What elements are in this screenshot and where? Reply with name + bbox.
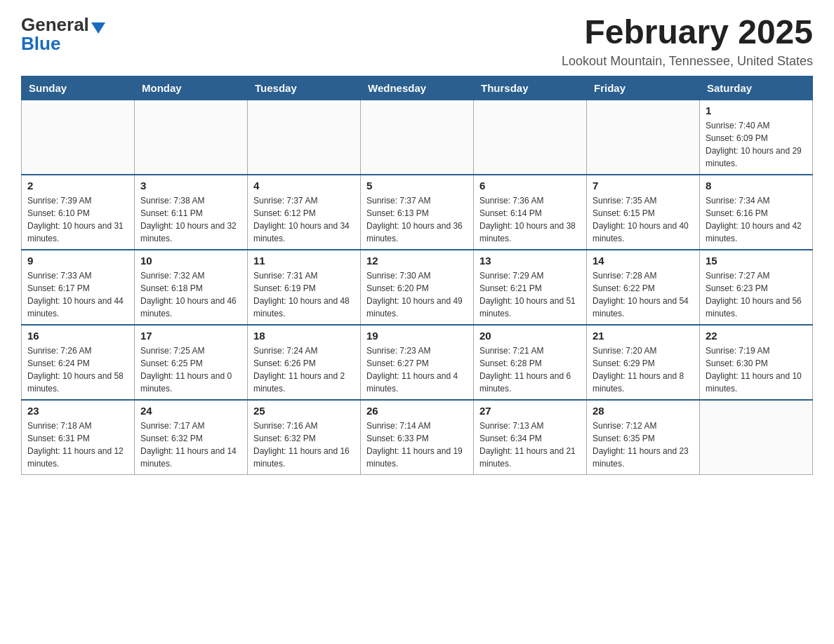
day-number: 25 (253, 405, 355, 417)
day-number: 11 (253, 255, 355, 267)
calendar-header-saturday: Saturday (700, 76, 813, 100)
day-number: 15 (706, 255, 807, 267)
day-number: 18 (253, 330, 355, 342)
calendar-cell: 10Sunrise: 7:32 AMSunset: 6:18 PMDayligh… (135, 250, 248, 325)
calendar-cell (135, 100, 248, 175)
day-info: Sunrise: 7:39 AMSunset: 6:10 PMDaylight:… (27, 194, 128, 245)
calendar-week-row: 9Sunrise: 7:33 AMSunset: 6:17 PMDaylight… (22, 250, 813, 325)
day-number: 12 (366, 255, 468, 267)
logo-triangle-icon (91, 22, 105, 34)
day-info: Sunrise: 7:19 AMSunset: 6:30 PMDaylight:… (706, 344, 807, 395)
calendar-cell: 15Sunrise: 7:27 AMSunset: 6:23 PMDayligh… (700, 250, 813, 325)
day-info: Sunrise: 7:20 AMSunset: 6:29 PMDaylight:… (593, 344, 694, 395)
day-number: 3 (140, 180, 241, 192)
day-number: 9 (27, 255, 128, 267)
calendar-cell (700, 400, 813, 475)
day-info: Sunrise: 7:37 AMSunset: 6:13 PMDaylight:… (366, 194, 468, 245)
calendar-cell: 12Sunrise: 7:30 AMSunset: 6:20 PMDayligh… (361, 250, 474, 325)
day-number: 27 (479, 405, 581, 417)
calendar-cell (474, 100, 587, 175)
calendar-week-row: 23Sunrise: 7:18 AMSunset: 6:31 PMDayligh… (22, 400, 813, 475)
calendar-week-row: 1Sunrise: 7:40 AMSunset: 6:09 PMDaylight… (22, 100, 813, 175)
day-number: 6 (479, 180, 581, 192)
day-info: Sunrise: 7:26 AMSunset: 6:24 PMDaylight:… (27, 344, 128, 395)
calendar-cell: 1Sunrise: 7:40 AMSunset: 6:09 PMDaylight… (700, 100, 813, 175)
day-info: Sunrise: 7:32 AMSunset: 6:18 PMDaylight:… (140, 269, 241, 320)
day-number: 1 (706, 105, 807, 116)
calendar-cell (248, 100, 361, 175)
calendar-header-tuesday: Tuesday (248, 76, 361, 100)
day-info: Sunrise: 7:12 AMSunset: 6:35 PMDaylight:… (593, 420, 694, 470)
day-info: Sunrise: 7:17 AMSunset: 6:32 PMDaylight:… (140, 420, 241, 470)
day-number: 2 (27, 180, 128, 192)
day-number: 28 (593, 405, 694, 417)
day-info: Sunrise: 7:36 AMSunset: 6:14 PMDaylight:… (479, 194, 581, 245)
day-info: Sunrise: 7:33 AMSunset: 6:17 PMDaylight:… (27, 269, 128, 320)
calendar-cell: 27Sunrise: 7:13 AMSunset: 6:34 PMDayligh… (474, 400, 587, 475)
day-info: Sunrise: 7:38 AMSunset: 6:11 PMDaylight:… (140, 194, 241, 245)
calendar-header-sunday: Sunday (22, 76, 135, 100)
day-info: Sunrise: 7:25 AMSunset: 6:25 PMDaylight:… (140, 344, 241, 395)
calendar-cell: 21Sunrise: 7:20 AMSunset: 6:29 PMDayligh… (587, 325, 700, 400)
calendar-cell: 4Sunrise: 7:37 AMSunset: 6:12 PMDaylight… (248, 175, 361, 250)
day-info: Sunrise: 7:18 AMSunset: 6:31 PMDaylight:… (27, 420, 128, 470)
calendar-cell: 19Sunrise: 7:23 AMSunset: 6:27 PMDayligh… (361, 325, 474, 400)
day-info: Sunrise: 7:14 AMSunset: 6:33 PMDaylight:… (366, 420, 468, 470)
day-number: 4 (253, 180, 355, 192)
calendar-cell: 7Sunrise: 7:35 AMSunset: 6:15 PMDaylight… (587, 175, 700, 250)
day-info: Sunrise: 7:24 AMSunset: 6:26 PMDaylight:… (253, 344, 355, 395)
month-title: February 2025 (562, 14, 813, 51)
day-number: 10 (140, 255, 241, 267)
day-number: 20 (479, 330, 581, 342)
calendar-cell: 16Sunrise: 7:26 AMSunset: 6:24 PMDayligh… (22, 325, 135, 400)
day-number: 8 (706, 180, 807, 192)
logo: General Blue (21, 14, 105, 55)
calendar-cell: 8Sunrise: 7:34 AMSunset: 6:16 PMDaylight… (700, 175, 813, 250)
day-info: Sunrise: 7:40 AMSunset: 6:09 PMDaylight:… (706, 119, 807, 170)
calendar-cell: 18Sunrise: 7:24 AMSunset: 6:26 PMDayligh… (248, 325, 361, 400)
calendar-cell: 25Sunrise: 7:16 AMSunset: 6:32 PMDayligh… (248, 400, 361, 475)
day-info: Sunrise: 7:27 AMSunset: 6:23 PMDaylight:… (706, 269, 807, 320)
day-info: Sunrise: 7:30 AMSunset: 6:20 PMDaylight:… (366, 269, 468, 320)
day-number: 24 (140, 405, 241, 417)
calendar-cell: 14Sunrise: 7:28 AMSunset: 6:22 PMDayligh… (587, 250, 700, 325)
calendar-header-wednesday: Wednesday (361, 76, 474, 100)
calendar-cell: 11Sunrise: 7:31 AMSunset: 6:19 PMDayligh… (248, 250, 361, 325)
day-info: Sunrise: 7:29 AMSunset: 6:21 PMDaylight:… (479, 269, 581, 320)
day-info: Sunrise: 7:23 AMSunset: 6:27 PMDaylight:… (366, 344, 468, 395)
calendar-cell: 3Sunrise: 7:38 AMSunset: 6:11 PMDaylight… (135, 175, 248, 250)
day-info: Sunrise: 7:34 AMSunset: 6:16 PMDaylight:… (706, 194, 807, 245)
day-info: Sunrise: 7:13 AMSunset: 6:34 PMDaylight:… (479, 420, 581, 470)
calendar-cell: 13Sunrise: 7:29 AMSunset: 6:21 PMDayligh… (474, 250, 587, 325)
calendar-cell: 22Sunrise: 7:19 AMSunset: 6:30 PMDayligh… (700, 325, 813, 400)
location-subtitle: Lookout Mountain, Tennessee, United Stat… (562, 54, 813, 69)
day-number: 26 (366, 405, 468, 417)
day-info: Sunrise: 7:37 AMSunset: 6:12 PMDaylight:… (253, 194, 355, 245)
calendar-cell (587, 100, 700, 175)
calendar-cell (22, 100, 135, 175)
day-info: Sunrise: 7:16 AMSunset: 6:32 PMDaylight:… (253, 420, 355, 470)
day-number: 23 (27, 405, 128, 417)
calendar-cell (361, 100, 474, 175)
day-info: Sunrise: 7:28 AMSunset: 6:22 PMDaylight:… (593, 269, 694, 320)
day-number: 17 (140, 330, 241, 342)
page-header: General Blue February 2025 Lookout Mount… (21, 14, 813, 69)
calendar-header-row: SundayMondayTuesdayWednesdayThursdayFrid… (22, 76, 813, 100)
calendar-cell: 6Sunrise: 7:36 AMSunset: 6:14 PMDaylight… (474, 175, 587, 250)
day-info: Sunrise: 7:31 AMSunset: 6:19 PMDaylight:… (253, 269, 355, 320)
calendar-week-row: 16Sunrise: 7:26 AMSunset: 6:24 PMDayligh… (22, 325, 813, 400)
calendar-week-row: 2Sunrise: 7:39 AMSunset: 6:10 PMDaylight… (22, 175, 813, 250)
calendar-header-monday: Monday (135, 76, 248, 100)
day-info: Sunrise: 7:35 AMSunset: 6:15 PMDaylight:… (593, 194, 694, 245)
calendar-cell: 28Sunrise: 7:12 AMSunset: 6:35 PMDayligh… (587, 400, 700, 475)
calendar-cell: 20Sunrise: 7:21 AMSunset: 6:28 PMDayligh… (474, 325, 587, 400)
day-number: 14 (593, 255, 694, 267)
calendar-cell: 24Sunrise: 7:17 AMSunset: 6:32 PMDayligh… (135, 400, 248, 475)
title-section: February 2025 Lookout Mountain, Tennesse… (562, 14, 813, 69)
day-info: Sunrise: 7:21 AMSunset: 6:28 PMDaylight:… (479, 344, 581, 395)
day-number: 5 (366, 180, 468, 192)
day-number: 19 (366, 330, 468, 342)
calendar-cell: 5Sunrise: 7:37 AMSunset: 6:13 PMDaylight… (361, 175, 474, 250)
calendar-cell: 9Sunrise: 7:33 AMSunset: 6:17 PMDaylight… (22, 250, 135, 325)
calendar-header-friday: Friday (587, 76, 700, 100)
